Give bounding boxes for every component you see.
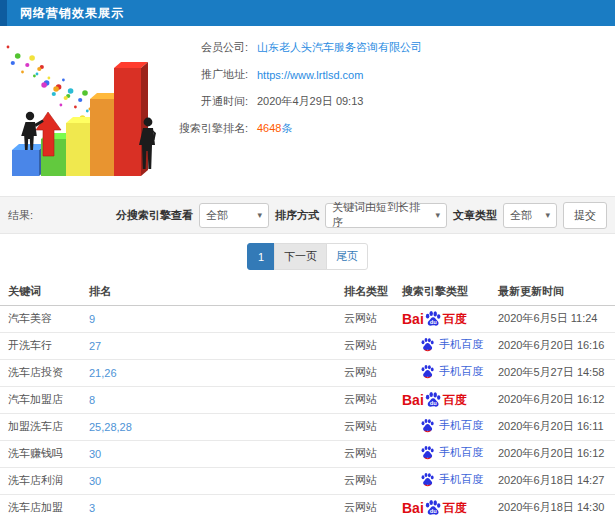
rank-type-cell: 云网站	[344, 332, 402, 359]
info-row-engine-rank-count: 搜索引擎排名:4648条	[148, 115, 422, 142]
keyword-cell: 洗车店加盟	[0, 494, 89, 520]
column-header-4: 最新更新时间	[498, 279, 615, 305]
member-company-label: 会员公司:	[148, 40, 248, 55]
keyword-cell: 汽车美容	[0, 305, 89, 332]
engine-select-value: 全部	[206, 208, 228, 223]
mobile-baidu-logo: 手机百度	[420, 337, 483, 352]
rank-link[interactable]: 25,28,28	[89, 421, 132, 433]
baidu-logo-bai: Bai	[402, 312, 424, 326]
rank-link[interactable]: 21,26	[89, 367, 117, 379]
keyword-cell: 汽车加盟店	[0, 386, 89, 413]
rank-type-cell: 云网站	[344, 467, 402, 494]
results-table: 关键词排名排名类型搜索引擎类型最新更新时间 汽车美容9云网站Baidu百度202…	[0, 279, 615, 520]
rank-type-cell: 云网站	[344, 305, 402, 332]
rank-link[interactable]: 9	[89, 313, 95, 325]
rank-cell: 30	[89, 440, 344, 467]
page: 网络营销效果展示	[0, 0, 615, 520]
rank-type-cell: 云网站	[344, 359, 402, 386]
filter-bar: 结果: 分搜索引擎查看 全部 ▾ 排序方式 关键词由短到长排序 ▾ 文章类型 全…	[0, 196, 615, 234]
pagination: 1 下一页 尾页	[0, 234, 615, 279]
table-row: 洗车赚钱吗30云网站手机百度2020年6月20日 16:12	[0, 440, 615, 467]
updated-time-cell: 2020年6月18日 14:30	[498, 494, 615, 520]
title-accent	[0, 0, 7, 26]
rank-link[interactable]: 30	[89, 475, 101, 487]
baidu-logo-bai: Bai	[402, 501, 424, 515]
article-type-select[interactable]: 全部 ▾	[503, 203, 557, 228]
table-row: 开洗车行27云网站手机百度2020年6月20日 16:16	[0, 332, 615, 359]
rank-cell: 3	[89, 494, 344, 520]
keyword-cell: 开洗车行	[0, 332, 89, 359]
table-row: 洗车店加盟3云网站Baidu百度2020年6月18日 14:30	[0, 494, 615, 520]
mobile-baidu-paw-icon	[420, 337, 435, 352]
chevron-down-icon: ▾	[435, 210, 440, 220]
keyword-cell: 洗车店利润	[0, 467, 89, 494]
mobile-baidu-label: 手机百度	[439, 337, 483, 352]
rank-link[interactable]: 8	[89, 394, 95, 406]
rank-type-cell: 云网站	[344, 440, 402, 467]
baidu-paw-icon: du	[424, 499, 442, 517]
promotion-url-value[interactable]: https://www.lrtlsd.com	[257, 69, 363, 81]
engine-rank-count-number: 4648	[257, 122, 281, 134]
updated-time-cell: 2020年6月5日 11:24	[498, 305, 615, 332]
updated-time-cell: 2020年6月20日 16:12	[498, 386, 615, 413]
updated-time-cell: 2020年6月20日 16:12	[498, 440, 615, 467]
confetti-dots	[7, 46, 100, 123]
mobile-baidu-label: 手机百度	[439, 472, 483, 487]
filter-controls: 分搜索引擎查看 全部 ▾ 排序方式 关键词由短到长排序 ▾ 文章类型 全部 ▾ …	[116, 202, 607, 229]
table-row: 汽车美容9云网站Baidu百度2020年6月5日 11:24	[0, 305, 615, 332]
mobile-baidu-paw-icon	[420, 418, 435, 433]
baidu-paw-icon: du	[424, 310, 442, 328]
next-page-button[interactable]: 下一页	[274, 243, 327, 270]
mobile-baidu-logo: 手机百度	[420, 472, 483, 487]
baidu-logo: Baidu百度	[402, 310, 467, 328]
engine-rank-count-value[interactable]: 4648条	[257, 121, 292, 136]
mobile-baidu-logo: 手机百度	[420, 364, 483, 379]
engine-type-cell: 手机百度	[402, 440, 498, 467]
member-company-value[interactable]: 山东老人头汽车服务咨询有限公司	[257, 40, 422, 55]
table-row: 汽车加盟店8云网站Baidu百度2020年6月20日 16:12	[0, 386, 615, 413]
submit-button[interactable]: 提交	[563, 202, 607, 229]
page-1-button[interactable]: 1	[247, 243, 275, 270]
rank-link[interactable]: 27	[89, 340, 101, 352]
engine-type-cell: Baidu百度	[402, 494, 498, 520]
keyword-cell: 加盟洗车店	[0, 413, 89, 440]
summary-section: 会员公司:山东老人头汽车服务咨询有限公司推广地址:https://www.lrt…	[0, 26, 615, 196]
sort-select-value: 关键词由短到长排序	[332, 200, 430, 230]
rank-type-cell: 云网站	[344, 386, 402, 413]
open-time-value: 2020年4月29日 09:13	[257, 94, 363, 109]
rank-type-cell: 云网站	[344, 413, 402, 440]
column-header-0: 关键词	[0, 279, 89, 305]
engine-type-cell: 手机百度	[402, 359, 498, 386]
updated-time-cell: 2020年5月27日 14:58	[498, 359, 615, 386]
rank-link[interactable]: 30	[89, 448, 101, 460]
column-header-2: 排名类型	[344, 279, 402, 305]
last-page-button[interactable]: 尾页	[326, 243, 368, 270]
info-row-member-company: 会员公司:山东老人头汽车服务咨询有限公司	[148, 34, 422, 61]
engine-select[interactable]: 全部 ▾	[199, 203, 269, 228]
table-row: 洗车店投资21,26云网站手机百度2020年5月27日 14:58	[0, 359, 615, 386]
engine-filter-label: 分搜索引擎查看	[116, 208, 193, 223]
engine-rank-count-label: 搜索引擎排名:	[148, 121, 248, 136]
promotion-url-label: 推广地址:	[148, 67, 248, 82]
table-header-row: 关键词排名排名类型搜索引擎类型最新更新时间	[0, 279, 615, 305]
engine-type-cell: Baidu百度	[402, 386, 498, 413]
chevron-down-icon: ▾	[545, 210, 550, 220]
engine-type-cell: 手机百度	[402, 332, 498, 359]
mobile-baidu-label: 手机百度	[439, 418, 483, 433]
rank-link[interactable]: 3	[89, 502, 95, 514]
result-label: 结果:	[8, 208, 33, 223]
page-title: 网络营销效果展示	[20, 5, 124, 22]
member-info: 会员公司:山东老人头汽车服务咨询有限公司推广地址:https://www.lrt…	[148, 34, 422, 142]
engine-type-cell: 手机百度	[402, 467, 498, 494]
mobile-baidu-label: 手机百度	[439, 445, 483, 460]
rank-cell: 9	[89, 305, 344, 332]
info-row-open-time: 开通时间:2020年4月29日 09:13	[148, 88, 422, 115]
column-header-3: 搜索引擎类型	[402, 279, 498, 305]
svg-text:du: du	[429, 508, 437, 514]
bar-1	[12, 144, 46, 176]
rank-cell: 30	[89, 467, 344, 494]
keyword-cell: 洗车店投资	[0, 359, 89, 386]
engine-rank-count-suffix: 条	[281, 122, 292, 134]
sort-select[interactable]: 关键词由短到长排序 ▾	[325, 203, 447, 228]
column-header-1: 排名	[89, 279, 344, 305]
